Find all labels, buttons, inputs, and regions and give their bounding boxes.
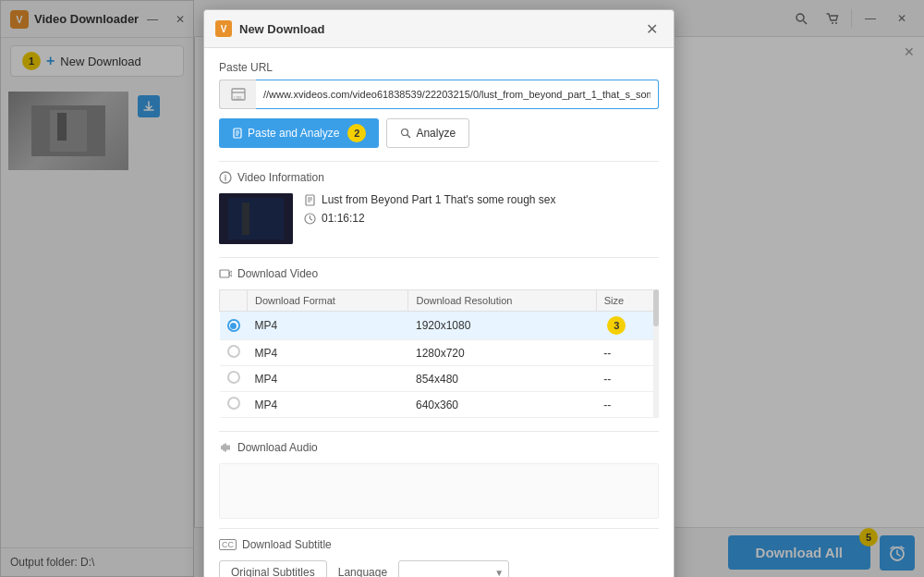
svg-line-15: [407, 135, 411, 139]
cc-icon: CC: [219, 539, 237, 550]
original-subtitles-button[interactable]: Original Subtitles: [219, 560, 327, 577]
divider1: [219, 161, 659, 162]
download-video-header: Download Video: [219, 267, 659, 280]
modal-overlay: V New Download ✕ Paste URL URL: [0, 0, 924, 577]
table-scrollbar-thumb[interactable]: [653, 289, 659, 326]
button-row: Paste and Analyze 2 Analyze: [219, 118, 659, 148]
col-size-header: Size: [596, 290, 658, 312]
modal-title: New Download: [239, 22, 633, 36]
format-table-wrapper: Download Format Download Resolution Size…: [219, 289, 659, 418]
col-select: [220, 290, 248, 312]
row-size-2: --: [596, 340, 658, 366]
row-resolution-2: 1280x720: [408, 340, 596, 366]
radio-unselected[interactable]: [227, 371, 240, 384]
video-title-row: Lust from Beyond Part 1 That's some roug…: [304, 193, 659, 206]
video-thumbnail: [219, 193, 293, 244]
language-select[interactable]: [398, 560, 509, 577]
video-duration-row: 01:16:12: [304, 212, 659, 225]
video-title: Lust from Beyond Part 1 That's some roug…: [322, 193, 556, 206]
language-label: Language: [338, 566, 387, 577]
video-section-icon: [219, 267, 232, 280]
download-subtitle-section: CC Download Subtitle Original Subtitles …: [219, 538, 659, 577]
radio-unselected[interactable]: [227, 397, 240, 410]
table-row[interactable]: MP4 640x360 --: [220, 392, 659, 418]
row-format-1: MP4: [248, 312, 408, 340]
row-radio-2[interactable]: [220, 340, 248, 366]
download-video-section: Download Video Download Format Download …: [219, 267, 659, 418]
row-size-3: --: [596, 366, 658, 392]
clock-icon: [304, 213, 316, 225]
format-table: Download Format Download Resolution Size…: [219, 289, 659, 418]
subtitle-row: Original Subtitles Language ▼: [219, 560, 659, 577]
row-format-2: MP4: [248, 340, 408, 366]
divider3: [219, 431, 659, 432]
paste-url-label: Paste URL: [219, 61, 659, 74]
table-scrollbar-track: [653, 289, 659, 418]
video-duration: 01:16:12: [322, 212, 365, 225]
audio-icon: [219, 441, 232, 454]
svg-point-18: [225, 175, 225, 176]
row-radio-3[interactable]: [220, 366, 248, 392]
row-resolution-3: 854x480: [408, 366, 596, 392]
row-size-4: --: [596, 392, 658, 418]
svg-text:URL: URL: [234, 95, 243, 101]
col-resolution-header: Download Resolution: [408, 290, 596, 312]
table-row[interactable]: MP4 1920x1080 3: [220, 312, 659, 340]
modal-body: Paste URL URL: [204, 48, 674, 577]
row-resolution-1: 1920x1080: [408, 312, 596, 340]
row-size-1: 3: [596, 312, 658, 340]
row-resolution-4: 640x360: [408, 392, 596, 418]
svg-rect-27: [220, 270, 229, 277]
url-input-row: URL: [219, 80, 659, 109]
url-icon: URL: [219, 80, 256, 109]
table-row[interactable]: MP4 854x480 --: [220, 366, 659, 392]
analyze-button[interactable]: Analyze: [386, 118, 469, 148]
radio-selected[interactable]: [227, 319, 240, 332]
row-format-4: MP4: [248, 392, 408, 418]
video-info-header: Video Information: [219, 171, 659, 184]
modal-app-icon: V: [215, 20, 232, 37]
svg-rect-21: [242, 203, 249, 235]
step3-badge: 3: [607, 316, 626, 335]
row-format-3: MP4: [248, 366, 408, 392]
video-info-row: Lust from Beyond Part 1 That's some roug…: [219, 193, 659, 244]
svg-rect-20: [228, 198, 284, 239]
table-row[interactable]: MP4 1280x720 --: [220, 340, 659, 366]
video-meta: Lust from Beyond Part 1 That's some roug…: [304, 193, 659, 225]
url-input[interactable]: [256, 80, 659, 109]
new-download-modal: V New Download ✕ Paste URL URL: [203, 9, 675, 577]
language-select-wrapper: ▼: [398, 560, 509, 577]
step2-badge: 2: [347, 124, 366, 142]
modal-titlebar: V New Download ✕: [204, 10, 674, 48]
divider2: [219, 257, 659, 258]
subtitle-header: CC Download Subtitle: [219, 538, 659, 551]
divider4: [219, 528, 659, 529]
file-icon: [304, 194, 316, 206]
paste-analyze-button[interactable]: Paste and Analyze 2: [219, 118, 379, 148]
radio-unselected[interactable]: [227, 345, 240, 358]
col-format-header: Download Format: [248, 290, 408, 312]
download-audio-header: Download Audio: [219, 441, 659, 454]
thumbnail-bg: [219, 193, 293, 244]
row-radio-4[interactable]: [220, 392, 248, 418]
row-radio-1[interactable]: [220, 312, 248, 340]
modal-close-button[interactable]: ✕: [640, 18, 663, 40]
download-audio-section: Download Audio: [219, 441, 659, 519]
svg-point-14: [402, 129, 408, 136]
audio-empty-area: [219, 463, 659, 519]
